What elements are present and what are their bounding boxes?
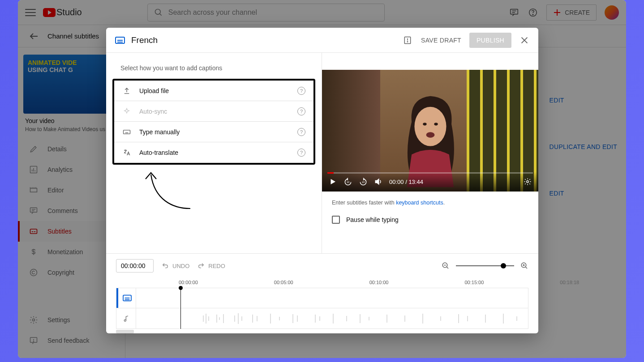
brand-text: Studio — [56, 7, 82, 17]
caption-options-panel: Select how you want to add captions Uplo… — [106, 53, 322, 253]
dollar-icon — [29, 247, 39, 257]
svg-text:10: 10 — [347, 181, 350, 183]
gear-icon — [29, 315, 39, 325]
zoom-slider[interactable] — [456, 265, 514, 266]
subtitles-icon — [29, 226, 39, 236]
svg-marker-44 — [331, 179, 336, 184]
help-icon[interactable]: ? — [297, 149, 305, 157]
caption-options-list: Upload file ? Auto-sync ? Type manually … — [112, 79, 315, 165]
captions-modal: French SAVE DRAFT PUBLISH Select how you… — [106, 28, 538, 333]
search-placeholder: Search across your channel — [168, 9, 257, 17]
svg-line-55 — [525, 267, 527, 268]
svg-point-27 — [34, 341, 34, 342]
your-video-label: Your video — [25, 117, 118, 124]
svg-point-41 — [423, 123, 426, 125]
svg-rect-2 — [511, 9, 518, 14]
comments-icon — [29, 206, 39, 216]
search-icon — [154, 8, 163, 17]
svg-point-30 — [407, 41, 408, 42]
svg-point-43 — [426, 132, 434, 138]
zoom-in-icon[interactable] — [520, 262, 528, 270]
video-preview-panel: 10 10 00:00 / 13:44 Enter subtitles fast… — [322, 53, 538, 253]
upload-icon — [122, 86, 131, 95]
svg-point-0 — [155, 9, 160, 14]
help-icon[interactable]: ? — [297, 87, 305, 95]
audio-track[interactable] — [116, 308, 528, 329]
svg-line-51 — [447, 267, 448, 268]
pause-label: Pause while typing — [346, 216, 399, 223]
copyright-icon — [29, 268, 39, 277]
cc-icon — [115, 37, 125, 44]
translate-icon — [122, 148, 131, 157]
forward-10-icon[interactable]: 10 — [359, 177, 368, 186]
modal-header: French SAVE DRAFT PUBLISH — [106, 28, 538, 53]
svg-point-6 — [533, 14, 533, 14]
search-input[interactable]: Search across your channel — [147, 4, 385, 21]
captions-track[interactable] — [116, 288, 528, 308]
timeline-time-input[interactable] — [116, 259, 154, 273]
keyboard-icon — [122, 128, 131, 136]
option-type-manually[interactable]: Type manually ? — [114, 122, 313, 142]
create-button[interactable]: CREATE — [546, 4, 597, 21]
page-title: Channel subtitles — [47, 32, 99, 40]
keyboard-shortcuts-link[interactable]: keyboard shortcuts — [396, 200, 443, 206]
svg-point-48 — [527, 181, 529, 183]
timeline-scrollbar[interactable] — [116, 330, 134, 333]
pencil-icon — [29, 144, 39, 154]
option-upload-file[interactable]: Upload file ? — [114, 81, 313, 101]
redo-button[interactable]: REDO — [197, 262, 225, 269]
topbar: Studio Search across your channel CREATE — [18, 0, 626, 25]
editor-icon — [29, 185, 39, 195]
svg-point-42 — [434, 123, 438, 125]
publish-button[interactable]: PUBLISH — [469, 33, 511, 48]
close-icon[interactable] — [519, 35, 529, 45]
video-time: 00:00 / 13:44 — [389, 179, 423, 185]
svg-point-40 — [414, 107, 446, 146]
analytics-icon — [29, 165, 39, 175]
options-prompt: Select how you want to add captions — [120, 64, 313, 72]
svg-marker-47 — [375, 179, 379, 184]
video-thumbnail[interactable]: ANIMATED VIDE USING CHAT G 13 — [23, 55, 120, 114]
duplicate-edit-link[interactable]: DUPLICATE AND EDIT — [550, 143, 617, 150]
video-title: How to Make Animated Videos us — [25, 126, 118, 132]
keyboard-hint: Enter subtitles faster with keyboard sho… — [332, 200, 538, 206]
svg-rect-12 — [30, 188, 37, 192]
avatar[interactable] — [605, 5, 619, 20]
create-label: CREATE — [565, 9, 590, 16]
svg-line-1 — [159, 13, 161, 15]
svg-point-23 — [30, 269, 37, 276]
zoom-out-icon[interactable] — [442, 262, 450, 270]
help-icon[interactable]: ? — [297, 128, 305, 136]
menu-icon[interactable] — [25, 7, 36, 18]
music-note-icon — [116, 308, 136, 328]
captions-track-icon — [116, 288, 136, 308]
edit-link-2[interactable]: EDIT — [550, 190, 617, 197]
annotation-arrow-icon — [141, 168, 195, 213]
option-auto-sync: Auto-sync ? — [114, 101, 313, 122]
rewind-10-icon[interactable]: 10 — [343, 177, 352, 186]
help-icon[interactable]: ? — [297, 107, 305, 115]
option-auto-translate[interactable]: Auto-translate ? — [114, 142, 313, 163]
timeline-ruler: 00:00:00 00:05:00 00:10:00 00:15:00 00:1… — [179, 280, 528, 285]
undo-button[interactable]: UNDO — [162, 262, 189, 269]
settings-gear-icon[interactable] — [523, 177, 532, 186]
svg-point-24 — [33, 319, 35, 321]
plus-icon — [553, 9, 561, 17]
edit-link[interactable]: EDIT — [550, 97, 617, 104]
svg-rect-20 — [30, 229, 37, 234]
chat-icon[interactable] — [509, 7, 519, 18]
help-icon[interactable] — [528, 7, 538, 18]
play-icon[interactable] — [328, 177, 337, 186]
timeline-section: UNDO REDO 00:00:00 00:05:00 00:10:00 00:… — [106, 253, 538, 333]
pause-while-typing-checkbox[interactable] — [332, 216, 340, 224]
video-controls: 10 10 00:00 / 13:44 — [322, 172, 538, 192]
sparkle-icon — [122, 107, 131, 116]
report-icon[interactable] — [402, 35, 413, 46]
youtube-play-icon — [43, 8, 56, 17]
volume-icon[interactable] — [374, 177, 383, 186]
back-arrow-icon[interactable] — [29, 31, 39, 42]
save-draft-button[interactable]: SAVE DRAFT — [421, 37, 461, 44]
video-preview[interactable]: 10 10 00:00 / 13:44 — [322, 70, 538, 192]
studio-logo[interactable]: Studio — [43, 7, 82, 17]
svg-text:10: 10 — [362, 181, 365, 183]
